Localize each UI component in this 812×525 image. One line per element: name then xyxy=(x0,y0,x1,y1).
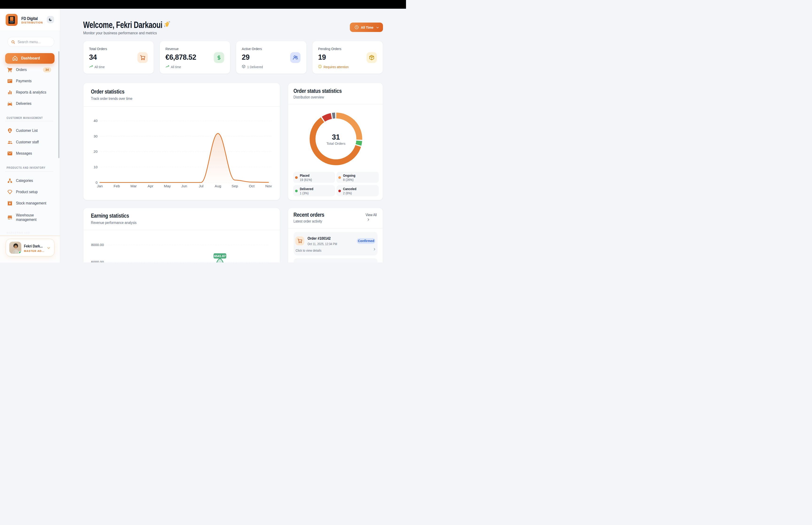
svg-text:Apr: Apr xyxy=(148,184,153,188)
svg-text:May: May xyxy=(164,184,171,188)
svg-text:Mar: Mar xyxy=(131,184,137,188)
svg-text:Nov: Nov xyxy=(265,184,272,188)
svg-text:6000.00: 6000.00 xyxy=(91,260,104,262)
svg-text:Jan: Jan xyxy=(97,184,103,188)
svg-text:Jun: Jun xyxy=(181,184,187,188)
svg-text:6541.67: 6541.67 xyxy=(214,254,226,258)
svg-text:30: 30 xyxy=(93,134,97,138)
svg-text:Oct: Oct xyxy=(249,184,255,188)
svg-text:Total Orders: Total Orders xyxy=(326,141,346,146)
svg-text:31: 31 xyxy=(332,133,340,141)
svg-text:10: 10 xyxy=(93,165,97,169)
svg-text:Feb: Feb xyxy=(113,184,120,188)
svg-text:Aug: Aug xyxy=(215,184,221,188)
svg-text:Jul: Jul xyxy=(199,184,203,188)
svg-text:0: 0 xyxy=(96,180,97,184)
svg-text:Sep: Sep xyxy=(232,184,238,188)
svg-text:8000.00: 8000.00 xyxy=(91,243,104,247)
svg-text:20: 20 xyxy=(93,149,97,153)
svg-text:40: 40 xyxy=(93,119,97,123)
